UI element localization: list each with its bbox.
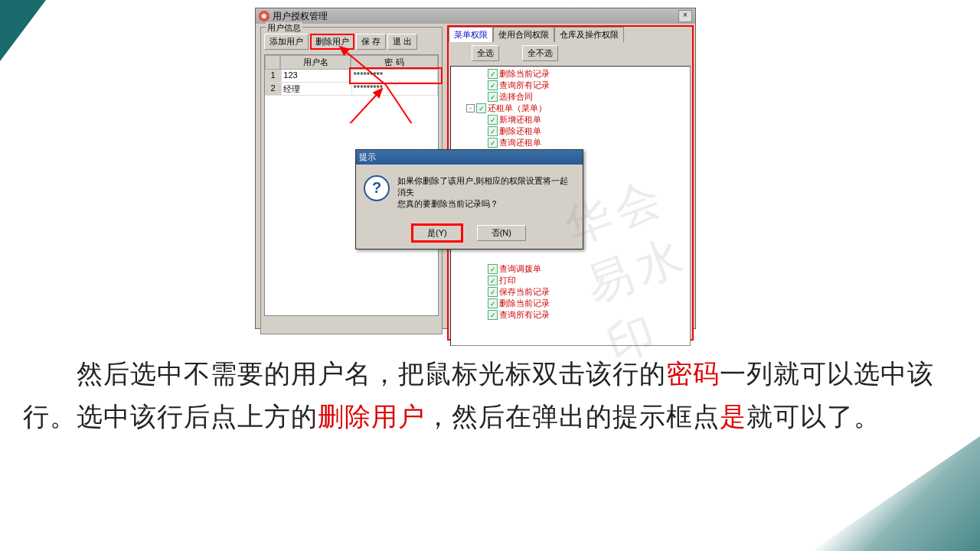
checkbox-icon[interactable]: ✓ <box>488 92 498 102</box>
add-user-button[interactable]: 添加用户 <box>264 34 309 50</box>
user-info-label: 用户信息 <box>266 22 302 34</box>
checkbox-icon[interactable]: ✓ <box>476 103 486 113</box>
col-rownum <box>265 55 280 70</box>
tab-contract-perm[interactable]: 使用合同权限 <box>493 27 554 42</box>
collapse-icon[interactable]: - <box>466 104 475 112</box>
tab-warehouse-perm[interactable]: 仓库及操作权限 <box>554 27 624 42</box>
screenshot-window: ❀ 用户授权管理 × 用户信息 添加用户 删除用户 保 存 退 出 用户名 密 … <box>255 8 696 329</box>
question-icon: ? <box>364 175 390 201</box>
exit-button[interactable]: 退 出 <box>387 34 417 50</box>
checkbox-icon[interactable]: ✓ <box>488 264 498 274</box>
no-button[interactable]: 否(N) <box>477 225 526 241</box>
col-password: 密 码 <box>351 55 438 70</box>
checkbox-icon[interactable]: ✓ <box>488 310 498 320</box>
checkbox-icon[interactable]: ✓ <box>488 126 498 136</box>
checkbox-icon[interactable]: ✓ <box>488 69 498 79</box>
select-all-button[interactable]: 全选 <box>472 45 499 61</box>
checkbox-icon[interactable]: ✓ <box>488 115 498 125</box>
dialog-message: 如果你删除了该用户,则相应的权限设置将一起消失 您真的要删除当前记录吗？ <box>397 175 575 210</box>
slide-accent-tl <box>0 0 46 61</box>
dialog-title: 提示 <box>356 150 583 165</box>
titlebar: ❀ 用户授权管理 × <box>256 8 695 24</box>
select-none-button[interactable]: 全不选 <box>522 45 558 61</box>
confirm-dialog: 提示 ? 如果你删除了该用户,则相应的权限设置将一起消失 您真的要删除当前记录吗… <box>355 149 583 249</box>
col-username: 用户名 <box>280 55 351 70</box>
checkbox-icon[interactable]: ✓ <box>488 80 498 90</box>
window-title: 用户授权管理 <box>273 10 328 23</box>
close-icon[interactable]: × <box>678 10 692 22</box>
checkbox-icon[interactable]: ✓ <box>488 276 498 285</box>
delete-user-button[interactable]: 删除用户 <box>310 34 354 50</box>
app-icon: ❀ <box>259 11 270 21</box>
yes-button[interactable]: 是(Y) <box>413 225 462 241</box>
table-row[interactable]: 2 经理 ********* <box>265 83 438 96</box>
checkbox-icon[interactable]: ✓ <box>488 287 498 297</box>
instruction-text: 然后选中不需要的用户名，把鼠标光标双击该行的密码一列就可以选中该行。选中该行后点… <box>23 352 965 438</box>
table-row[interactable]: 1 123 ********* <box>265 70 438 83</box>
save-button[interactable]: 保 存 <box>356 34 386 50</box>
checkbox-icon[interactable]: ✓ <box>488 138 498 148</box>
tab-menu-perm[interactable]: 菜单权限 <box>449 27 493 42</box>
slide-accent-br <box>812 436 980 551</box>
checkbox-icon[interactable]: ✓ <box>488 298 498 308</box>
